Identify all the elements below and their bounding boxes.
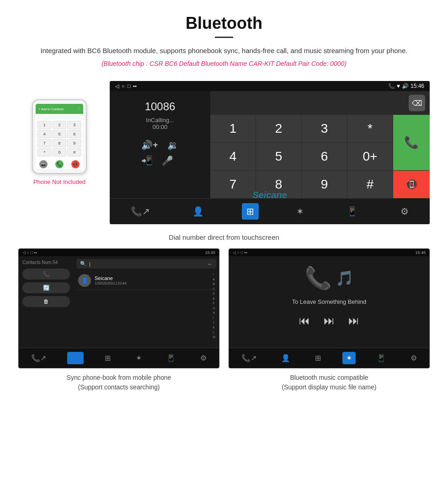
phone-key-0[interactable]: 0 [53,148,67,156]
phone-call-btn[interactable]: 📞 [55,160,64,168]
phone-key-5[interactable]: 5 [53,130,67,138]
contacts-caption: Sync phone-book from mobile phone (Suppo… [67,368,171,394]
key-star[interactable]: * [347,115,393,142]
c-nav-call[interactable]: 📞↗ [27,352,50,364]
music-prev-icon[interactable]: ⏮ [299,314,310,327]
vol-down-icon[interactable]: 🔉 [167,140,179,151]
m-nav-bluetooth[interactable]: ✶ [342,352,356,364]
alpha-c[interactable]: C [213,287,215,292]
dial-screen: ◁ ○ □ ▪▪ 📞 ♥ 🔊 15:46 10086 InCalling... … [110,81,430,224]
phone-key-3[interactable]: 3 [67,121,81,129]
dial-number: 10086 [145,100,176,113]
status-bar-right: 📞 ♥ 🔊 15:46 [388,83,424,89]
key-5[interactable]: 5 [256,143,301,170]
m-nav-settings[interactable]: ⚙ [407,352,421,364]
header-section: Bluetooth Integrated with BC6 Bluetooth … [0,0,448,76]
nav-call-transfer[interactable]: 📞↗ [126,203,155,220]
vol-up-icon[interactable]: 🔊+ [141,140,158,151]
key-9[interactable]: 9 [302,171,347,198]
contact-number: 10655059113144 [95,281,127,286]
m-nav-contacts[interactable]: 👤 [277,352,294,364]
phone-camera-btn[interactable]: 📷 [39,160,48,168]
phone-key-9[interactable]: 9 [67,139,81,147]
alpha-d[interactable]: D [213,291,215,297]
phone-end-btn[interactable]: 📵 [71,160,80,168]
c-nav-dialpad[interactable]: ⊞ [101,352,114,364]
alpha-a[interactable]: A [213,277,215,282]
status-bar: ◁ ○ □ ▪▪ 📞 ♥ 🔊 15:46 [110,81,430,91]
contacts-status-bar: ◁ ○ □ ▪▪ 15:45 [19,249,219,256]
key-8[interactable]: 8 [256,171,301,198]
music-caption: Bluetooth music compatible (Support disp… [282,368,377,394]
status-time: 15:46 [411,83,424,89]
alpha-k[interactable]: K [213,325,215,330]
phone-key-2[interactable]: 2 [53,121,67,129]
nav-bluetooth[interactable]: ✶ [292,203,309,220]
dial-main-area: 10086 InCalling... 00:00 🔊+ 🔉 📲 🎤 [110,91,430,198]
contacts-call-btn[interactable]: 📞 [22,269,70,280]
phone-status-icon: 📞 [388,83,395,89]
nav-dialpad[interactable]: ⊞ [242,203,259,220]
alpha-g[interactable]: G [213,306,215,311]
contact-avatar: 👤 [78,274,91,287]
page-title: Bluetooth [27,14,421,33]
phone-key-hash[interactable]: # [67,148,81,156]
alpha-h[interactable]: H [213,311,215,316]
backspace-button[interactable]: ⌫ [409,95,425,111]
nav-phone-transfer[interactable]: 📱 [342,203,363,220]
alpha-i[interactable]: I [213,316,215,321]
phone-key-6[interactable]: 6 [67,130,81,138]
contacts-delete-btn[interactable]: 🗑 [22,296,70,307]
phone-key-8[interactable]: 8 [53,139,67,147]
dial-extra-row: 📲 🎤 [141,155,179,166]
key-4[interactable]: 4 [210,143,256,170]
call-green-button[interactable]: 📞 [393,115,430,170]
key-3[interactable]: 3 [302,115,347,142]
music-next-icon[interactable]: ⏭ [348,314,359,327]
c-nav-contacts[interactable]: 👤 [67,352,84,364]
back-arrow-icon: ◁ [115,83,119,89]
key-1[interactable]: 1 [210,115,256,142]
call-end-button[interactable]: 📵 [393,171,430,198]
wifi-icon: 🔊 [402,83,409,89]
contacts-sync-btn[interactable]: 🔄 [22,282,70,293]
phone-key-star[interactable]: * [37,148,52,156]
contacts-caption-line2: (Support contacts searching) [78,383,160,391]
phone-add-contacts: + Add to Contacts [38,108,64,111]
m-nav-phone[interactable]: 📱 [373,352,389,364]
phone-key-4[interactable]: 4 [37,130,52,138]
phone-not-included-label: Phone Not Included [33,178,85,185]
alpha-b[interactable]: B [213,282,215,287]
contacts-search-bar: 🔍 | ← [76,259,216,269]
c-nav-phone[interactable]: 📱 [163,352,179,364]
alpha-m[interactable]: M [213,335,215,340]
contact-name: Seicane [95,275,127,281]
contact-item-seicane[interactable]: 👤 Seicane 10655059113144 [76,271,216,290]
m-nav-call[interactable]: 📞↗ [238,352,260,364]
nav-settings[interactable]: ⚙ [396,203,413,220]
phone-key-1[interactable]: 1 [37,121,52,129]
nav-contacts[interactable]: 👤 [188,203,208,220]
phone-key-7[interactable]: 7 [37,139,52,147]
key-6[interactable]: 6 [302,143,347,170]
alpha-f[interactable]: F [213,301,215,306]
mic-icon[interactable]: 🎤 [162,155,173,166]
alpha-j[interactable]: J [213,320,215,325]
music-caption-line1: Bluetooth music compatible [290,374,368,381]
key-7[interactable]: 7 [210,171,256,198]
c-nav-settings[interactable]: ⚙ [197,352,210,364]
contact-avatar-icon: 👤 [81,277,88,284]
key-0plus[interactable]: 0+ [347,143,393,170]
music-play-pause-icon[interactable]: ⏭ [324,314,335,327]
phone-display [37,116,81,119]
music-track-title: To Leave Something Behind [292,298,367,305]
c-nav-bluetooth[interactable]: ✶ [132,352,145,364]
alpha-e[interactable]: E [213,297,215,302]
phone-bottom-bar: 📷 📞 📵 [36,158,83,169]
m-nav-dialpad[interactable]: ⊞ [311,352,325,364]
transfer-icon[interactable]: 📲 [141,155,153,166]
dial-keypad-area: ⌫ 1 2 3 * 📞 4 5 6 0+ 7 8 9 # 📵 [210,91,430,198]
key-2[interactable]: 2 [256,115,301,142]
key-hash[interactable]: # [347,171,393,198]
alpha-l[interactable]: L [213,330,215,335]
